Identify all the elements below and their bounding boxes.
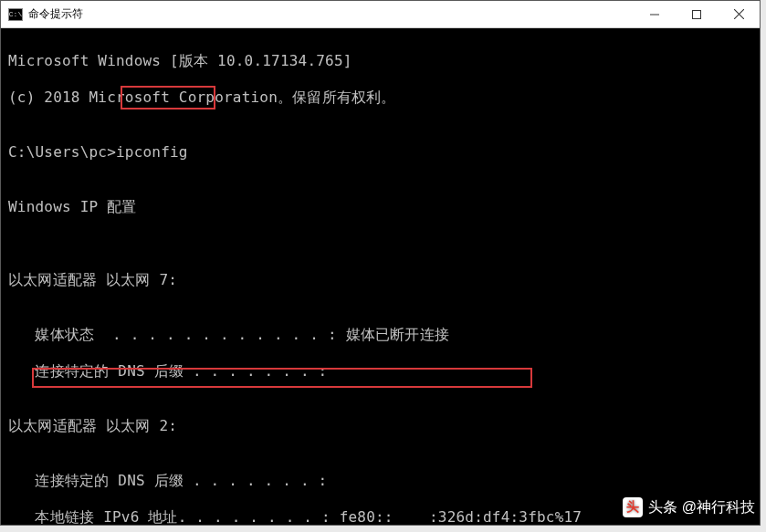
output-line: 以太网适配器 以太网 2:: [8, 417, 752, 435]
output-line: Microsoft Windows [版本 10.0.17134.765]: [8, 52, 752, 70]
command-prompt-window: C:\ 命令提示符 Microsoft Windows [版本 10.0.171…: [0, 0, 761, 526]
window-title: 命令提示符: [28, 6, 634, 22]
watermark: 头 头条 @神行科技: [623, 497, 755, 517]
prompt-line: C:\Users\pc>ipconfig: [8, 143, 752, 162]
output-line: 连接特定的 DNS 后缀 . . . . . . . :: [8, 362, 752, 381]
minimize-button[interactable]: [634, 1, 676, 27]
cmd-icon: C:\: [8, 8, 23, 21]
window-controls: [634, 1, 760, 27]
svg-rect-1: [693, 10, 701, 18]
maximize-button[interactable]: [676, 1, 718, 27]
output-line: 媒体状态 . . . . . . . . . . . . : 媒体已断开连接: [8, 326, 752, 344]
output-line: 连接特定的 DNS 后缀 . . . . . . . :: [8, 472, 752, 490]
title-bar: C:\ 命令提示符: [1, 1, 760, 28]
watermark-text: 头条 @神行科技: [648, 498, 755, 517]
toutiao-icon: 头: [623, 497, 643, 517]
output-line: Windows IP 配置: [8, 198, 752, 216]
output-line: (c) 2018 Microsoft Corporation。保留所有权利。: [8, 89, 752, 107]
terminal-output[interactable]: Microsoft Windows [版本 10.0.17134.765] (c…: [1, 28, 760, 525]
output-line: 以太网适配器 以太网 7:: [8, 271, 752, 289]
close-button[interactable]: [718, 1, 760, 27]
